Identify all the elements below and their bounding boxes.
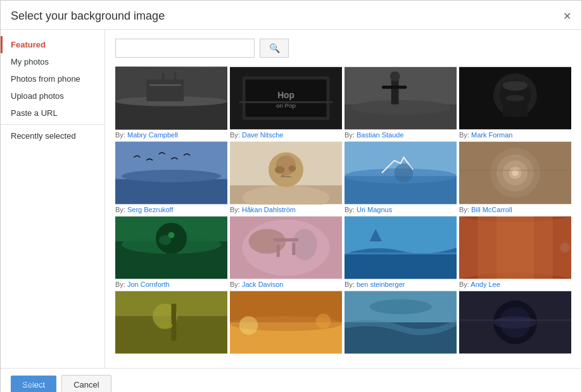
photo-author-link-2[interactable]: Dave Nitsche <box>242 131 283 139</box>
photo-author-link-6[interactable]: Håkan Dahlström <box>242 206 296 213</box>
svg-rect-7 <box>230 67 342 129</box>
svg-rect-12 <box>239 101 333 103</box>
photo-thumb-6 <box>230 141 342 205</box>
svg-rect-71 <box>534 217 553 279</box>
search-input[interactable] <box>115 39 255 58</box>
svg-point-91 <box>493 316 537 329</box>
svg-rect-68 <box>459 217 478 279</box>
photo-thumb-2: Hop on Pop <box>230 66 342 130</box>
svg-rect-56 <box>230 217 342 279</box>
svg-text:Hop: Hop <box>277 91 294 100</box>
search-bar: 🔍 <box>115 39 571 58</box>
photo-caption-11: By: ben steinberger <box>345 281 457 288</box>
sidebar-item-recently-selected[interactable]: Recently selected <box>1 127 104 144</box>
svg-rect-38 <box>345 142 457 204</box>
photo-author-link-5[interactable]: Serg Bezrukoff <box>127 206 174 213</box>
close-icon[interactable]: ✕ <box>563 10 571 22</box>
svg-rect-92 <box>459 319 571 321</box>
photo-thumb-4 <box>459 66 571 130</box>
svg-rect-76 <box>172 304 177 341</box>
photo-item-11[interactable]: By: ben steinberger <box>345 216 457 288</box>
photo-item-3[interactable]: By: Bastian Staude <box>345 66 457 139</box>
photo-item-7[interactable]: By: Uri Magnus <box>345 141 457 213</box>
photo-item-5[interactable]: By: Serg Bezrukoff <box>115 141 227 213</box>
svg-point-33 <box>276 155 296 175</box>
svg-point-57 <box>243 220 330 276</box>
photo-thumb-1 <box>115 66 227 130</box>
photo-item-15[interactable] <box>345 291 457 354</box>
photo-author-link-3[interactable]: Bastian Staude <box>357 131 404 139</box>
svg-rect-80 <box>230 322 342 353</box>
photo-author-link-1[interactable]: Mabry Campbell <box>127 131 178 139</box>
svg-rect-25 <box>115 142 227 204</box>
svg-rect-40 <box>345 142 457 176</box>
photo-author-link-11[interactable]: ben steinberger <box>357 281 405 288</box>
photo-caption-8: By: Bill McCarroll <box>459 206 571 213</box>
photo-thumb-9 <box>115 216 227 279</box>
svg-point-90 <box>500 307 531 338</box>
svg-rect-39 <box>345 173 457 204</box>
search-icon: 🔍 <box>269 43 280 53</box>
main-content: 🔍 <box>105 30 581 368</box>
photo-item-8[interactable]: By: Bill McCarroll <box>459 141 571 213</box>
svg-point-18 <box>390 72 400 82</box>
photo-item-13[interactable] <box>115 291 227 354</box>
search-button[interactable]: 🔍 <box>260 39 289 58</box>
svg-point-28 <box>122 170 221 182</box>
photo-author-link-10[interactable]: Jack Davison <box>242 281 283 288</box>
sidebar-item-featured[interactable]: Featured <box>1 36 104 53</box>
sidebar-item-upload-photos[interactable]: Upload photos <box>1 87 104 104</box>
photo-author-link-4[interactable]: Mark Forman <box>471 131 512 139</box>
sidebar-item-photos-from-phone[interactable]: Photos from phone <box>1 70 104 87</box>
svg-point-72 <box>560 243 570 253</box>
svg-rect-65 <box>345 217 457 254</box>
svg-rect-64 <box>345 251 457 279</box>
svg-point-75 <box>153 304 177 329</box>
photo-author-link-12[interactable]: Andy Lee <box>471 281 500 288</box>
svg-point-32 <box>269 153 303 187</box>
svg-point-53 <box>156 223 187 254</box>
svg-rect-29 <box>230 142 342 204</box>
photo-item-12[interactable]: By: Andy Lee <box>459 216 571 288</box>
photo-thumb-7 <box>345 141 457 205</box>
photo-item-2[interactable]: Hop on Pop By: Dave Nitsche <box>230 66 342 139</box>
svg-point-21 <box>500 80 531 111</box>
svg-rect-0 <box>115 67 227 129</box>
photo-author-link-7[interactable]: Uri Magnus <box>357 206 392 213</box>
svg-point-82 <box>239 316 258 335</box>
svg-rect-74 <box>115 316 227 353</box>
svg-rect-27 <box>115 142 227 179</box>
photo-item-1[interactable]: By: Mabry Campbell <box>115 66 227 139</box>
photo-item-4[interactable]: By: Mark Forman <box>459 66 571 139</box>
sidebar-item-my-photos[interactable]: My photos <box>1 53 104 70</box>
photo-item-9[interactable]: By: Jon Cornforth <box>115 216 227 288</box>
photo-author-link-8[interactable]: Bill McCarroll <box>471 206 512 213</box>
svg-rect-78 <box>230 291 342 353</box>
svg-rect-1 <box>115 101 227 129</box>
dialog-title: Select your background image <box>11 9 165 23</box>
svg-rect-23 <box>503 98 528 117</box>
svg-rect-8 <box>243 77 330 120</box>
svg-point-44 <box>490 148 540 198</box>
photo-item-16[interactable] <box>459 291 571 354</box>
photo-caption-9: By: Jon Cornforth <box>115 281 227 288</box>
svg-point-52 <box>122 235 221 254</box>
svg-rect-43 <box>459 142 571 204</box>
sidebar-item-paste-url[interactable]: Paste a URL <box>1 104 104 122</box>
svg-rect-50 <box>115 217 227 279</box>
photo-thumb-14 <box>230 291 342 354</box>
svg-point-41 <box>345 168 457 184</box>
photo-thumb-12 <box>459 216 571 279</box>
svg-rect-19 <box>459 67 571 129</box>
sidebar-divider <box>1 124 104 125</box>
photo-author-link-9[interactable]: Jon Cornforth <box>127 281 170 288</box>
photo-item-14[interactable] <box>230 291 342 354</box>
photo-item-10[interactable]: By: Jack Davison <box>230 216 342 288</box>
sidebar: Featured My photos Photos from phone Upl… <box>1 30 105 368</box>
svg-point-46 <box>503 160 528 185</box>
learn-more-link[interactable]: ? Learn more <box>1 376 105 392</box>
photo-thumb-11 <box>345 216 457 279</box>
photo-item-6[interactable]: By: Håkan Dahlström <box>230 141 342 213</box>
photo-caption-2: By: Dave Nitsche <box>230 131 342 139</box>
photo-caption-12: By: Andy Lee <box>459 281 571 288</box>
